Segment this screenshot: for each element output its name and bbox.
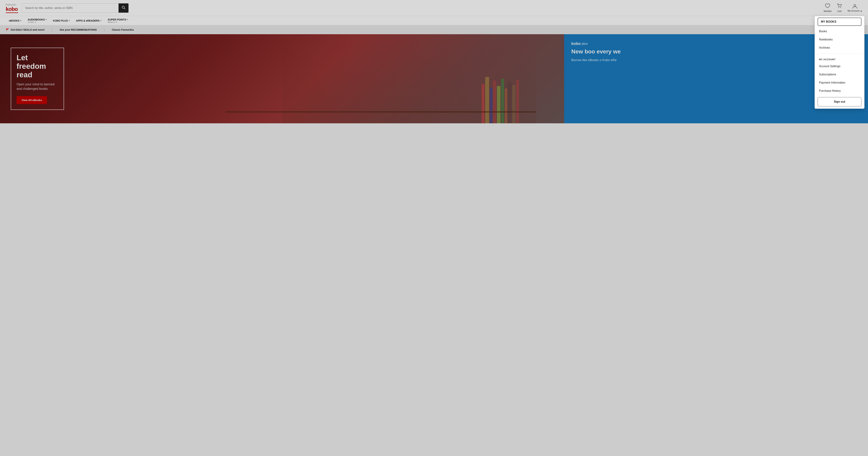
search-icon	[122, 5, 125, 10]
kobo-word: kobo	[571, 41, 581, 46]
dropdown-purchase-history-label: Purchase History	[819, 89, 841, 92]
dropdown-payment-info[interactable]: Payment Information	[815, 79, 864, 87]
promo-recommendations-text: See your RECOMMENDATIONS	[60, 28, 97, 31]
user-icon	[852, 4, 858, 9]
dropdown-notebooks-label: Notebooks	[819, 38, 833, 41]
svg-point-2	[838, 7, 839, 8]
dropdown-purchase-history[interactable]: Purchase History	[815, 87, 864, 95]
my-account-dropdown: MY BOOKS Books Notebooks Archives MY ACC…	[815, 16, 864, 109]
nav-label-koboplus: KOBO PLUS ▾	[53, 19, 70, 22]
hero-section: Let freedom read Open your mind to banne…	[0, 34, 564, 123]
search-bar	[22, 3, 128, 13]
hero-content: Let freedom read Open your mind to banne…	[0, 37, 75, 121]
promo-divider-2: |	[104, 28, 105, 32]
dropdown-sign-out-label: Sign out	[834, 100, 845, 103]
nav-chevron-apps: ▾	[100, 20, 101, 22]
nav-item-audiobooks[interactable]: AUDIOBOOKS ▾ Credits: 0	[24, 16, 50, 25]
dropdown-subscriptions[interactable]: Subscriptions	[815, 70, 864, 79]
nav-item-apps[interactable]: APPS & eREADERS ▾	[73, 16, 104, 25]
nav-sub-superpoints: Balance: 0	[108, 21, 117, 23]
svg-point-3	[840, 7, 841, 8]
view-all-ebooks-button[interactable]: View All eBooks	[17, 96, 47, 104]
my-account-label-row: My Account ▲	[847, 9, 862, 12]
flag-icon: 🚩	[6, 28, 9, 32]
nav-item-ebooks[interactable]: eBOOKS ▾	[6, 16, 24, 25]
dropdown-notebooks[interactable]: Notebooks	[815, 35, 864, 44]
nav-chevron-koboplus: ▾	[69, 20, 70, 22]
promo-classics[interactable]: Classic Favourites	[112, 28, 134, 31]
nav-chevron-superpoints: ▾	[127, 19, 128, 21]
search-button[interactable]	[119, 3, 128, 13]
promo-recommendations[interactable]: See your RECOMMENDATIONS	[60, 28, 97, 31]
promo-bar: 🚩 Get DAILY DEALS and more! | See your R…	[0, 25, 868, 34]
header: Rakuten kobo Wishlist	[0, 0, 868, 16]
nav-sub-audiobooks: Credits: 0	[28, 21, 36, 23]
dropdown-account-settings-label: Account Settings	[819, 65, 840, 68]
nav-bar: eBOOKS ▾ AUDIOBOOKS ▾ Credits: 0 KOBO PL…	[0, 16, 868, 25]
nav-label-audiobooks: AUDIOBOOKS ▾	[28, 18, 46, 21]
nav-label-ebooks: eBOOKS ▾	[9, 19, 21, 22]
hero-frame: Let freedom read Open your mind to banne…	[11, 48, 64, 110]
cart-action[interactable]: Cart	[837, 3, 842, 12]
nav-item-koboplus[interactable]: KOBO PLUS ▾	[50, 16, 73, 25]
svg-line-1	[124, 8, 125, 9]
cart-icon	[837, 3, 842, 9]
main-content: Let freedom read Open your mind to banne…	[0, 34, 868, 123]
nav-chevron-audiobooks: ▾	[46, 19, 46, 21]
dropdown-my-books-label: MY BOOKS	[821, 20, 836, 23]
nav-item-superpoints[interactable]: SUPER POINTS ▾ Balance: 0	[104, 16, 131, 25]
dropdown-books-label: Books	[819, 30, 827, 33]
dropdown-sign-out[interactable]: Sign out	[818, 97, 861, 106]
search-input[interactable]	[22, 3, 119, 13]
nav-label-superpoints: SUPER POINTS ▾	[108, 18, 128, 21]
dropdown-subscriptions-label: Subscriptions	[819, 73, 836, 76]
dropdown-books[interactable]: Books	[815, 27, 864, 35]
dropdown-account-settings[interactable]: Account Settings	[815, 62, 864, 70]
logo-text: Rakuten kobo	[6, 3, 18, 12]
hero-title: Let freedom read	[17, 53, 58, 79]
nav-chevron-ebooks: ▾	[20, 20, 21, 22]
dropdown-payment-info-label: Payment Information	[819, 81, 845, 84]
cart-label: Cart	[837, 10, 842, 12]
my-account-action[interactable]: My Account ▲	[847, 4, 862, 12]
hero-subtitle: Open your mind to banned and challenged …	[17, 82, 58, 91]
hero-background	[0, 34, 564, 123]
svg-point-4	[854, 4, 856, 6]
dropdown-archives[interactable]: Archives	[815, 44, 864, 52]
heart-icon	[825, 3, 830, 9]
dropdown-my-account-header: MY ACCOUNT	[815, 55, 864, 62]
header-actions: Wishlist Cart My Account ▲	[824, 3, 862, 12]
logo[interactable]: Rakuten kobo	[6, 3, 18, 13]
wishlist-action[interactable]: Wishlist	[824, 3, 832, 12]
promo-divider-1: |	[52, 28, 53, 32]
wishlist-label: Wishlist	[824, 10, 832, 12]
plus-word: plus	[582, 42, 588, 46]
promo-deals[interactable]: 🚩 Get DAILY DEALS and more!	[6, 28, 45, 32]
dropdown-my-books[interactable]: MY BOOKS	[818, 18, 861, 26]
chevron-down-icon: ▲	[860, 10, 862, 12]
nav-label-apps: APPS & eREADERS ▾	[76, 19, 101, 22]
promo-deals-text: Get DAILY DEALS and more!	[11, 28, 45, 31]
dropdown-archives-label: Archives	[819, 46, 830, 49]
my-account-label: My Account	[847, 9, 860, 12]
promo-classics-text: Classic Favourites	[112, 28, 134, 31]
